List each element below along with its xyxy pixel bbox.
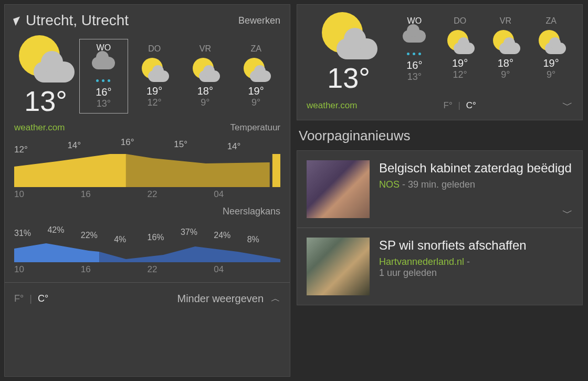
mini-day-vr[interactable]: VR 18° 9° [484,12,528,85]
day-low: 9° [486,69,526,80]
news-item[interactable]: SP wil snorfiets afschaffen Hartvanneder… [297,228,582,305]
precip-value-labels: 31% 42% 22% 4% 16% 37% 24% 8% [14,225,280,244]
temperature-section-label: Temperatuur [230,122,280,133]
day-low: 12° [440,69,480,80]
news-card: Belgisch kabinet zaterdag beëdigd NOS - … [297,150,583,305]
news-source: Hartvannederland.nl [379,256,464,267]
forecast-row: 13° WO 16° 13° DO 19° 12° VR 18° 9° ZA 1… [14,35,280,117]
unit-toggle[interactable]: F° | C° [14,293,48,304]
location-text: Utrecht, Utrecht [26,12,129,29]
day-label: DO [440,16,480,26]
chevron-down-icon[interactable]: ﹀ [562,98,573,112]
temp-value-labels: 12° 14° 16° 15° 14° [14,137,280,155]
temp-x-axis: 10 16 22 04 [14,189,280,200]
unit-toggle-mini[interactable]: F° | C° [444,100,476,111]
current-weather: 13° [14,35,77,117]
day-low: 9° [183,97,228,108]
day-low: 9° [531,69,571,80]
partly-cloudy-icon [537,30,566,54]
news-thumbnail [307,160,370,218]
partly-cloudy-icon [242,58,271,82]
news-item[interactable]: Belgisch kabinet zaterdag beëdigd NOS - … [297,151,582,228]
day-high: 16° [81,86,126,98]
unit-fahrenheit[interactable]: F° [444,100,453,110]
forecast-day-do[interactable]: DO 19° 12° [130,40,179,112]
current-weather-mini: 13° [307,12,391,94]
day-high: 18° [183,85,228,97]
mini-day-za[interactable]: ZA 19° 9° [529,12,573,85]
day-high: 19° [531,57,571,69]
day-label: DO [132,44,177,54]
temperature-chart: 12° 14° 16° 15° 14° 10 16 22 04 [14,133,280,200]
source-link[interactable]: weather.com [14,122,65,133]
current-temp: 13° [14,85,77,117]
day-high: 19° [440,57,480,69]
card-footer: F° | C° Minder weergeven ︿ [14,290,280,305]
forecast-day-za[interactable]: ZA 19° 9° [232,40,280,112]
news-meta: Hartvannederland.nl - 1 uur geleden [379,256,527,279]
divider [5,282,290,283]
svg-marker-3 [14,243,99,262]
edit-link[interactable]: Bewerken [238,15,280,26]
unit-fahrenheit[interactable]: F° [14,293,24,304]
news-time: 1 uur geleden [379,267,437,278]
svg-marker-0 [14,154,126,187]
day-label: ZA [531,16,571,26]
news-source: NOS [379,179,400,190]
location-name[interactable]: ◤ Utrecht, Utrecht [14,12,129,29]
news-time: 39 min. geleden [408,179,475,190]
day-low: 13° [395,71,434,83]
weather-mini-card: 13° WO 16° 13° DO 19° 12° VR 18° 9° Z [297,4,583,120]
day-label: VR [486,16,526,26]
rain-icon [89,57,118,83]
news-title: SP wil snorfiets afschaffen [379,238,527,253]
weather-expanded-card: ◤ Utrecht, Utrecht Bewerken 13° WO 16° 1… [4,4,290,377]
partly-cloudy-icon [17,35,75,83]
day-label: ZA [234,44,278,54]
svg-rect-2 [272,154,280,187]
forecast-day-wo[interactable]: WO 16° 13° [79,39,128,114]
source-row: weather.com Temperatuur [14,122,280,133]
collapse-label: Minder weergeven [177,293,264,305]
svg-marker-1 [126,154,278,187]
partly-cloudy-icon [491,30,520,54]
mini-day-wo[interactable]: WO 16° 13° [393,12,436,87]
partly-cloudy-icon [191,58,220,82]
news-title: Belgisch kabinet zaterdag beëdigd [379,160,572,176]
source-link-mini[interactable]: weather.com [307,100,357,111]
partly-cloudy-icon [140,58,169,82]
day-low: 9° [234,97,278,108]
precip-x-axis: 10 16 22 04 [14,264,280,275]
chevron-down-icon[interactable]: ﹀ [562,206,573,220]
unit-celsius[interactable]: C° [38,293,48,304]
location-arrow-icon: ◤ [13,14,24,27]
svg-marker-4 [99,246,280,262]
partly-cloudy-icon [320,12,377,59]
day-high: 19° [234,85,278,97]
rain-icon [400,30,429,56]
day-label: VR [183,44,228,54]
day-low: 12° [132,97,177,108]
unit-celsius[interactable]: C° [466,100,476,110]
chevron-up-icon: ︿ [271,292,280,305]
news-section-header: Voorpaginanieuws [297,126,583,145]
forecast-day-vr[interactable]: VR 18° 9° [181,40,230,112]
news-thumbnail [307,238,370,295]
news-meta: NOS - 39 min. geleden [379,179,572,190]
collapse-button[interactable]: Minder weergeven ︿ [177,292,280,305]
day-high: 16° [395,59,434,71]
day-low: 13° [81,98,126,109]
day-high: 18° [486,57,526,69]
location-row: ◤ Utrecht, Utrecht Bewerken [14,12,280,29]
partly-cloudy-icon [445,30,475,54]
current-temp-mini: 13° [307,61,391,94]
day-high: 19° [132,85,177,97]
mini-day-do[interactable]: DO 19° 12° [438,12,482,85]
precip-chart: 31% 42% 22% 4% 16% 37% 24% 8% 10 16 22 0… [14,217,280,275]
precip-section-label: Neerslagkans [14,206,280,217]
